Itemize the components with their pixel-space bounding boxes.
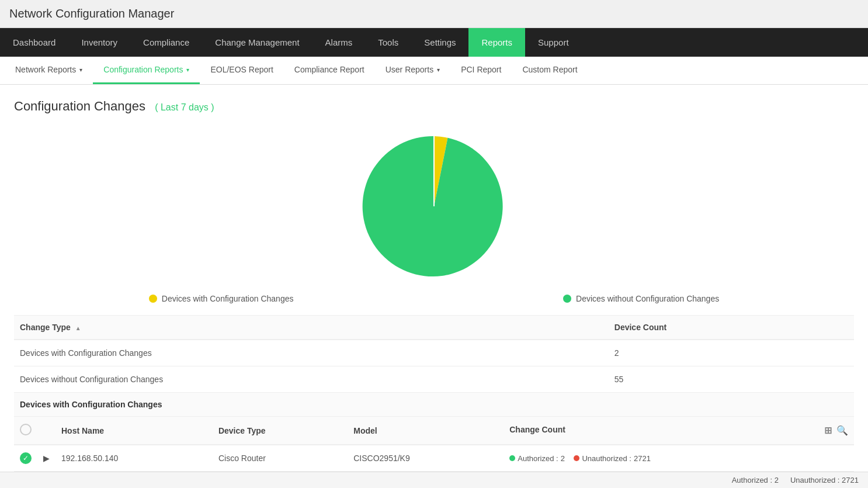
device-checkbox-1[interactable]: ✓ [20,452,32,464]
pie-slice-without-changes [363,136,503,276]
unauthorized-label: Unauthorized : [582,454,631,463]
subnav-item-custom-report[interactable]: Custom Report [512,57,588,84]
device-checkbox-cell-1[interactable]: ✓ [14,445,37,472]
nav-item-dashboard[interactable]: Dashboard [0,28,68,57]
device-row-1: ✓ ▶ 192.168.50.140 Cisco Router CISCO295… [14,445,854,472]
subnav-item-network-reports[interactable]: Network Reports▾ [5,57,93,84]
nav-item-tools[interactable]: Tools [365,28,411,57]
col-select [14,417,37,445]
col-change-count: Change Count ⊞ 🔍 [504,417,854,445]
chart-legend: Devices with Configuration Changes Devic… [14,288,854,316]
summary-device-count-1: 2 [609,340,854,366]
summary-table: Change Type ▲ Device Count Devices with … [14,316,854,393]
subnav-item-pci-report[interactable]: PCI Report [450,57,512,84]
subnav-item-user-reports[interactable]: User Reports▾ [375,57,450,84]
authorized-label: Authorized : [518,454,558,463]
summary-change-type-2: Devices without Configuration Changes [14,366,609,393]
device-change-count-1: Authorized : 2 Unauthorized : 2721 [504,445,854,472]
nav-item-inventory[interactable]: Inventory [68,28,130,57]
authorized-dot [509,455,515,461]
col-device-count: Device Count [609,316,854,340]
pie-chart-container [14,119,854,288]
devices-table: Host Name Device Type Model Change Count… [14,417,854,472]
main-content: Configuration Changes ( Last 7 days ) [0,85,868,472]
grid-icon[interactable]: ⊞ [824,425,832,436]
app-title: Network Configuration Manager [0,0,868,28]
device-hostname-1: 192.168.50.140 [55,445,213,472]
subnav-item-configuration-reports[interactable]: Configuration Reports▾ [93,57,200,84]
col-change-type[interactable]: Change Type ▲ [14,316,609,340]
table-icon-group: ⊞ 🔍 [824,425,848,436]
devices-section-heading: Devices with Configuration Changes [14,393,854,417]
device-type-1: Cisco Router [213,445,348,472]
nav-item-reports[interactable]: Reports [468,28,525,57]
col-device-type: Device Type [213,417,348,445]
col-hostname: Host Name [55,417,213,445]
nav-item-settings[interactable]: Settings [411,28,468,57]
summary-row-1: Devices with Configuration Changes 2 [14,340,854,366]
summary-row-2: Devices without Configuration Changes 55 [14,366,854,393]
search-icon[interactable]: 🔍 [836,425,848,436]
sub-nav: Network Reports▾Configuration Reports▾EO… [0,57,868,85]
select-all-checkbox[interactable] [20,424,32,435]
subnav-item-eol-eos-report[interactable]: EOL/EOS Report [200,57,283,84]
pie-chart [358,130,510,282]
legend-dot-without-changes [563,295,571,303]
legend-dot-with-changes [149,295,157,303]
device-expand-1[interactable]: ▶ [37,445,55,472]
sort-arrow-change-type: ▲ [75,325,81,331]
summary-device-count-2: 55 [609,366,854,393]
subnav-item-compliance-report[interactable]: Compliance Report [284,57,375,84]
col-model: Model [348,417,504,445]
unauthorized-badge: Unauthorized : 2721 [574,454,650,463]
chevron-down-icon: ▾ [79,67,82,73]
summary-change-type-1: Devices with Configuration Changes [14,340,609,366]
top-nav: DashboardInventoryComplianceChange Manag… [0,28,868,57]
unauthorized-dot [574,455,579,461]
col-expand [37,417,55,445]
nav-item-compliance[interactable]: Compliance [130,28,202,57]
chevron-down-icon: ▾ [186,67,189,73]
legend-item-with-changes: Devices with Configuration Changes [149,294,294,303]
nav-item-change-management[interactable]: Change Management [202,28,312,57]
chevron-down-icon: ▾ [437,67,440,73]
page-title: Configuration Changes ( Last 7 days ) [14,99,214,113]
authorized-badge: Authorized : 2 [509,454,565,463]
nav-item-alarms[interactable]: Alarms [313,28,366,57]
page-period: ( Last 7 days ) [155,102,214,112]
device-model-1: CISCO2951/K9 [348,445,504,472]
legend-item-without-changes: Devices without Configuration Changes [563,294,719,303]
nav-item-support[interactable]: Support [525,28,582,57]
